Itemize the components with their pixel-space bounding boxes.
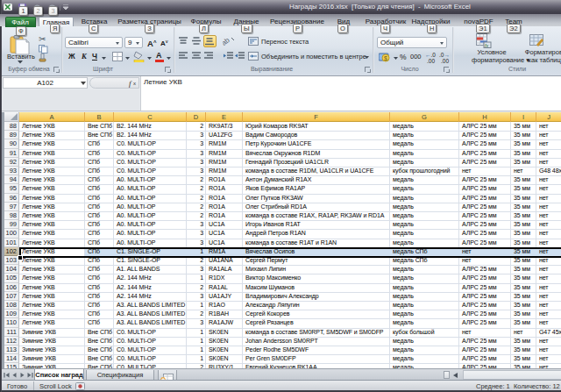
svg-text:fx: fx — [485, 43, 489, 48]
svg-text:$: $ — [384, 55, 387, 61]
svg-text:ab: ab — [223, 36, 231, 46]
